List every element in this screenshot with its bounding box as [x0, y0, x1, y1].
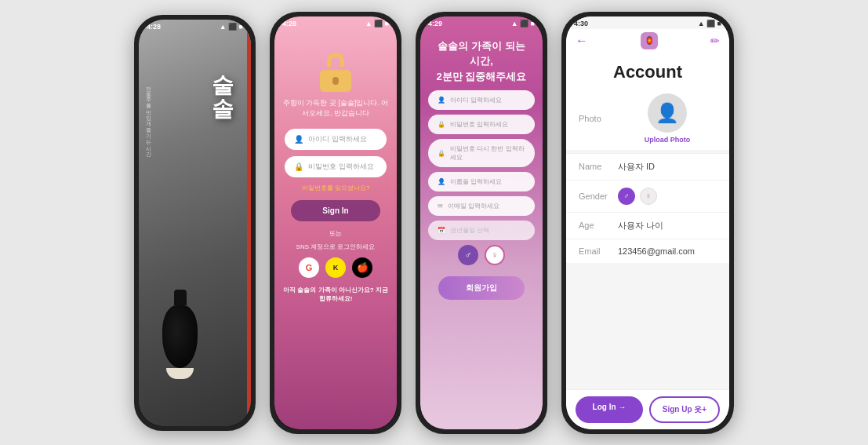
name-label: Name	[579, 162, 618, 171]
register-female-btn[interactable]: ♀	[485, 245, 505, 265]
user-icon-3: 👤	[438, 97, 445, 104]
social-icons-row: G K 🍎	[299, 257, 372, 278]
register-email-field[interactable]: ✉ 이메일 입력하세요	[428, 196, 535, 216]
photo-label: Photo	[579, 114, 618, 123]
email-icon-3: ✉	[438, 202, 443, 210]
register-button[interactable]: 회원가입	[438, 276, 525, 300]
register-pw-placeholder: 비밀번호 입력하세요	[450, 120, 508, 129]
upload-photo-button[interactable]: Upload Photo	[645, 136, 691, 144]
email-value: 123456@gmail.com	[618, 246, 695, 256]
register-name-placeholder: 이름을 입력하세요	[450, 177, 502, 186]
phone-register: 4:29 ▲ ⬛ ■ 솔솔의 가족이 되는 시간, 2분만 집중해주세요 👤 아…	[416, 12, 547, 434]
login-id-placeholder: 아이디 입력하세요	[308, 134, 367, 144]
avatar: 👤	[648, 93, 687, 133]
account-gender-row: Gender ♂ ♀	[566, 180, 729, 212]
register-email-placeholder: 이메일 입력하세요	[448, 202, 499, 210]
account-name-row: Name 사용자 ID	[566, 153, 729, 180]
register-name-field[interactable]: 👤 이름을 입력하세요	[428, 172, 535, 191]
register-date-field[interactable]: 📅 생년월일 선택	[428, 221, 535, 240]
phone-splash: 4:28 ▲ ⬛ ■ 전통주를 맛있게 즐기는 시간 술솔	[134, 15, 256, 431]
splash-tagline: 전통주를 맛있게 즐기는 시간	[145, 82, 153, 153]
register-header: 솔솔의 가족이 되는 시간, 2분만 집중해주세요	[420, 29, 543, 91]
gender-male-btn[interactable]: ♂	[618, 188, 635, 205]
status-icons-3: ▲ ⬛ ■	[511, 20, 535, 27]
sns-login-text: SNS 계정으로 로그인하세요	[296, 243, 376, 251]
apple-login-button[interactable]: 🍎	[352, 257, 372, 278]
login-pw-placeholder: 비밀번호 입력하세요	[308, 162, 374, 172]
google-login-button[interactable]: G	[299, 257, 319, 278]
register-date-placeholder: 생년월일 선택	[450, 226, 489, 235]
age-value: 사용자 나이	[618, 220, 663, 232]
register-pw-field[interactable]: 🔒 비밀번호 입력하세요	[428, 115, 535, 134]
edit-icon[interactable]: ✏	[710, 35, 720, 47]
register-id-placeholder: 아이디 입력하세요	[450, 96, 502, 104]
user-icon-3b: 👤	[438, 178, 445, 185]
gender-selector: ♂ ♀	[618, 188, 657, 205]
account-age-row: Age 사용자 나이	[566, 212, 729, 239]
status-icons-2: ▲ ⬛ ■	[365, 20, 389, 27]
register-male-btn[interactable]: ♂	[458, 245, 478, 265]
account-photo-row: Photo 👤 Upload Photo	[566, 87, 729, 150]
signup-button-account[interactable]: Sign Up 웃+	[649, 396, 720, 423]
status-time-4: 4:30	[574, 20, 588, 27]
lock-icon	[315, 51, 356, 92]
person-icon: 👤	[656, 102, 679, 124]
email-label: Email	[579, 246, 618, 256]
sign-in-button[interactable]: Sign In	[291, 200, 380, 221]
lock-small-icon: 🔒	[294, 162, 303, 171]
app-name-splash: 술솔	[207, 59, 237, 106]
phone-login: 4:28 ▲ ⬛ ■ 주향이 가득한 곳 [술솔]입니다. 어서오세요, 반갑습…	[270, 12, 401, 434]
phone-account: 4:30 ▲ ⬛ ■ ← 🏮 ✏ Account Photo 👤 Upload …	[561, 12, 734, 434]
gender-label: Gender	[579, 191, 618, 201]
account-action-buttons: Log In → Sign Up 웃+	[566, 389, 729, 429]
login-pw-field[interactable]: 🔒 비밀번호 입력하세요	[285, 156, 387, 177]
calendar-icon: 📅	[438, 227, 445, 234]
user-icon: 👤	[294, 135, 303, 144]
login-button-account[interactable]: Log In →	[576, 396, 643, 423]
red-accent-bar	[247, 20, 251, 426]
account-page-title: Account	[566, 54, 729, 87]
lock-icon-3: 🔒	[438, 121, 445, 128]
register-pw-confirm-field[interactable]: 🔒 비밀번호 다시 한번 입력하세요	[428, 139, 535, 167]
login-tagline: 주향이 가득한 곳 [술솔]입니다. 어서오세요, 반갑습니다	[274, 98, 397, 119]
status-icons-1: ▲ ⬛ ■	[220, 23, 243, 31]
kakao-login-button[interactable]: K	[325, 257, 346, 278]
lock-icon-3b: 🔒	[438, 150, 445, 157]
register-pw-confirm-placeholder: 비밀번호 다시 한번 입력하세요	[450, 144, 525, 162]
gender-female-btn[interactable]: ♀	[640, 188, 657, 205]
vase-art	[162, 290, 198, 379]
status-time-2: 4:28	[282, 20, 296, 27]
app-icon-nav: 🏮	[641, 32, 658, 49]
back-button[interactable]: ←	[576, 34, 588, 48]
status-time-3: 4:29	[428, 20, 442, 27]
forgot-password-link[interactable]: 비밀번호를 잊으셨나요?	[302, 184, 370, 192]
status-time-1: 4:28	[147, 23, 161, 31]
or-separator: 또는	[329, 229, 342, 238]
account-nav-bar: ← 🏮 ✏	[566, 29, 729, 54]
photo-upload-area[interactable]: 👤 Upload Photo	[618, 93, 717, 144]
status-icons-4: ▲ ⬛ ■	[698, 20, 721, 27]
name-value: 사용자 ID	[618, 161, 655, 173]
signup-prompt-text: 아직 솔솔의 가족이 아니신가요? 지금 합류하세요!	[274, 286, 397, 303]
login-id-field[interactable]: 👤 아이디 입력하세요	[285, 129, 387, 150]
register-id-field[interactable]: 👤 아이디 입력하세요	[428, 90, 535, 110]
account-email-row: Email 123456@gmail.com	[566, 239, 729, 263]
register-gender-row: ♂ ♀	[458, 245, 505, 265]
age-label: Age	[579, 221, 618, 230]
